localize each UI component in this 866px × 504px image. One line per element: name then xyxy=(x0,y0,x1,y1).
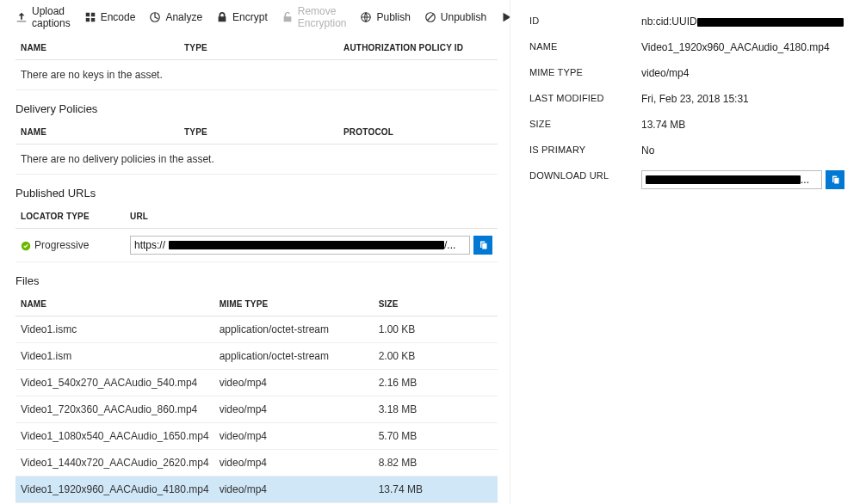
file-row[interactable]: Video1_720x360_AACAudio_860.mp4video/mp4… xyxy=(15,396,498,423)
remove-encryption-button: Remove Encryption xyxy=(281,5,347,29)
file-mime-cell: video/mp4 xyxy=(214,396,374,423)
col-type[interactable]: TYPE xyxy=(179,36,338,60)
file-name-cell: Video1.ismc xyxy=(15,317,214,343)
detail-download-label: DOWNLOAD URL xyxy=(529,170,641,181)
delivery-table: NAME TYPE PROTOCOL xyxy=(15,120,498,144)
col-locator[interactable]: LOCATOR TYPE xyxy=(15,205,125,229)
file-mime-cell: video/mp4 xyxy=(214,370,374,396)
detail-id-value: nb:cid:UUID xyxy=(641,15,854,28)
keys-table: NAME TYPE AUTHORIZATION POLICY ID xyxy=(15,36,498,60)
file-name-cell: Video1.ism xyxy=(15,343,214,370)
files-table: NAME MIME TYPE SIZE Video1.ismcapplicati… xyxy=(15,292,498,504)
files-title: Files xyxy=(15,274,503,287)
keys-empty: There are no keys in the asset. xyxy=(15,60,498,90)
file-mime-cell: video/mp4 xyxy=(214,476,374,503)
detail-name-value: Video1_1920x960_AACAudio_4180.mp4 xyxy=(641,41,854,53)
details-panel: ID nb:cid:UUID NAME Video1_1920x960_AACA… xyxy=(510,0,866,504)
file-row[interactable]: Video1_1920x960_AACAudio_4180.mp4video/m… xyxy=(15,476,498,503)
copy-icon xyxy=(830,175,840,185)
detail-lastmod-value: Fri, Feb 23, 2018 15:31 xyxy=(641,93,854,105)
copy-icon xyxy=(478,240,488,250)
locator-cell: Progressive xyxy=(15,229,125,262)
prohibit-icon xyxy=(424,11,436,23)
file-name-cell: Video1_1440x720_AACAudio_2620.mp4 xyxy=(15,450,214,476)
file-size-cell: 2.16 MB xyxy=(374,370,498,396)
published-title: Published URLs xyxy=(15,187,503,200)
detail-mime-label: MIME TYPE xyxy=(529,67,641,77)
col-auth[interactable]: AUTHORIZATION POLICY ID xyxy=(338,36,498,60)
upload-captions-button[interactable]: Upload captions xyxy=(15,5,71,29)
file-name-cell: Video1_1920x960_AACAudio_4180.mp4 xyxy=(15,476,214,503)
col-type[interactable]: TYPE xyxy=(179,120,338,144)
detail-size-value: 13.74 MB xyxy=(641,119,854,131)
analyze-icon xyxy=(149,11,161,23)
delivery-title: Delivery Policies xyxy=(15,102,503,115)
detail-name-label: NAME xyxy=(529,41,641,52)
file-row[interactable]: Video1_1440x720_AACAudio_2620.mp4video/m… xyxy=(15,450,498,476)
upload-icon xyxy=(15,11,28,23)
file-size-cell: 1.00 KB xyxy=(374,317,498,343)
file-size-cell: 8.82 MB xyxy=(374,450,498,476)
copy-download-url-button[interactable] xyxy=(826,170,844,189)
col-protocol[interactable]: PROTOCOL xyxy=(338,120,498,144)
col-url[interactable]: URL xyxy=(125,205,498,229)
globe-icon xyxy=(360,11,372,23)
toolbar: Upload captions Encode Analyze Encrypt R… xyxy=(15,0,503,36)
file-name-cell: Video1_540x270_AACAudio_540.mp4 xyxy=(15,370,214,396)
published-url-field[interactable]: https:///... xyxy=(130,236,470,255)
file-mime-cell: video/mp4 xyxy=(214,450,374,476)
file-name-cell: Video1_720x360_AACAudio_860.mp4 xyxy=(15,396,214,423)
file-mime-cell: video/mp4 xyxy=(214,423,374,450)
detail-size-label: SIZE xyxy=(529,119,641,129)
file-row[interactable]: Video1.ismcapplication/octet-stream1.00 … xyxy=(15,317,498,343)
file-row[interactable]: Video1_540x270_AACAudio_540.mp4video/mp4… xyxy=(15,370,498,396)
encode-button[interactable]: Encode xyxy=(84,11,136,23)
detail-primary-label: IS PRIMARY xyxy=(529,144,641,155)
play-icon xyxy=(500,11,510,23)
file-row[interactable]: Video1_1080x540_AACAudio_1650.mp4video/m… xyxy=(15,423,498,450)
detail-mime-value: video/mp4 xyxy=(641,67,854,79)
analyze-button[interactable]: Analyze xyxy=(149,11,202,23)
unlock-icon xyxy=(281,11,294,23)
encode-icon xyxy=(84,11,96,23)
detail-id-label: ID xyxy=(529,15,641,26)
file-row[interactable]: Video1.ismapplication/octet-stream2.00 K… xyxy=(15,343,498,370)
lock-icon xyxy=(216,11,228,23)
download-url-field[interactable]: ... xyxy=(641,170,822,189)
unpublish-button[interactable]: Unpublish xyxy=(424,11,486,23)
col-mime[interactable]: MIME TYPE xyxy=(214,292,374,317)
file-size-cell: 13.74 MB xyxy=(374,476,498,503)
file-size-cell: 3.18 MB xyxy=(374,396,498,423)
detail-lastmod-label: LAST MODIFIED xyxy=(529,93,641,103)
copy-url-button[interactable] xyxy=(473,236,492,255)
file-mime-cell: application/octet-stream xyxy=(214,317,374,343)
published-row[interactable]: Progressivehttps:///... xyxy=(15,229,498,262)
col-name[interactable]: NAME xyxy=(15,36,179,60)
url-cell: https:///... xyxy=(125,229,498,262)
published-table: LOCATOR TYPE URL Progressivehttps:///... xyxy=(15,205,498,262)
file-mime-cell: application/octet-stream xyxy=(214,343,374,370)
check-icon xyxy=(21,241,31,251)
delivery-empty: There are no delivery policies in the as… xyxy=(15,144,498,175)
col-size[interactable]: SIZE xyxy=(374,292,498,317)
play-button[interactable]: Play xyxy=(500,11,510,23)
file-size-cell: 5.70 MB xyxy=(374,423,498,450)
file-size-cell: 2.00 KB xyxy=(374,343,498,370)
col-name[interactable]: NAME xyxy=(15,120,179,144)
col-name[interactable]: NAME xyxy=(15,292,214,317)
encrypt-button[interactable]: Encrypt xyxy=(216,11,268,23)
file-name-cell: Video1_1080x540_AACAudio_1650.mp4 xyxy=(15,423,214,450)
publish-button[interactable]: Publish xyxy=(360,11,410,23)
detail-primary-value: No xyxy=(641,144,854,157)
